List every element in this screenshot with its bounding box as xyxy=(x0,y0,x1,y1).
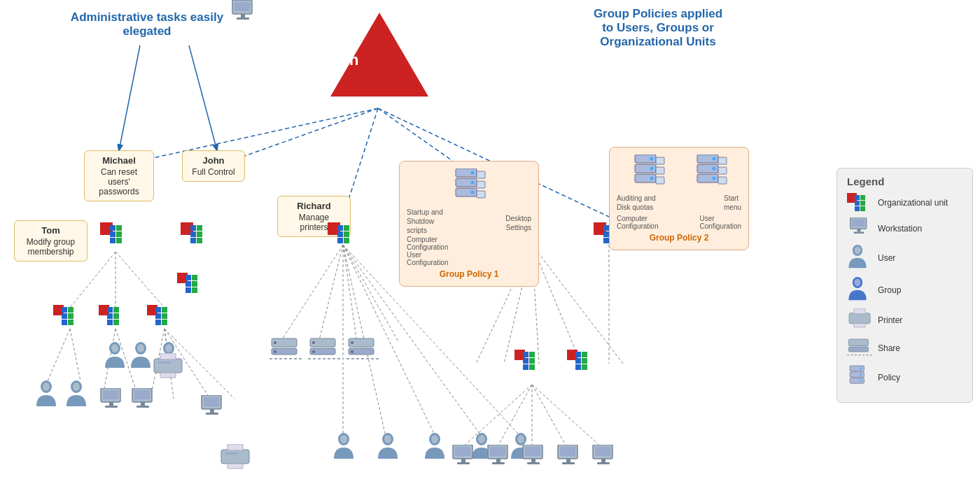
svg-point-103 xyxy=(312,350,315,353)
svg-rect-60 xyxy=(103,390,118,399)
legend-ou-row: Organizational unit xyxy=(847,193,962,213)
svg-point-44 xyxy=(165,344,172,352)
legend-policy-label: Policy xyxy=(878,373,900,383)
svg-rect-69 xyxy=(210,409,214,413)
svg-rect-161 xyxy=(850,378,864,383)
legend-group-icon xyxy=(847,276,872,303)
svg-rect-143 xyxy=(718,167,727,174)
svg-rect-154 xyxy=(854,309,866,314)
ou-sub-tom-3 xyxy=(147,305,172,329)
svg-point-50 xyxy=(340,435,347,443)
svg-rect-113 xyxy=(158,362,171,364)
svg-rect-66 xyxy=(136,406,149,408)
john-desc: Full Control xyxy=(190,167,237,177)
gp2-item1: Auditing andDisk quotas xyxy=(617,194,656,212)
svg-rect-126 xyxy=(477,191,485,198)
legend-share-row: Share xyxy=(847,336,962,359)
legend-ws-icon xyxy=(847,217,872,239)
ws-4 xyxy=(230,0,256,27)
legend-policy-row: Policy xyxy=(847,364,962,390)
svg-point-141 xyxy=(712,177,715,180)
svg-point-56 xyxy=(478,435,485,443)
michael-box: Michael Can resetusers'passwords xyxy=(84,150,154,201)
svg-point-131 xyxy=(650,167,653,171)
user-c2 xyxy=(377,432,399,463)
group-policy-2: Auditing andDisk quotas Startmenu Comput… xyxy=(609,147,749,250)
svg-point-163 xyxy=(860,373,862,376)
legend-user-icon xyxy=(847,244,872,271)
svg-rect-90 xyxy=(562,462,575,464)
svg-line-5 xyxy=(119,45,140,150)
svg-rect-157 xyxy=(848,347,868,352)
gp2-item4: UserConfiguration xyxy=(700,215,741,230)
svg-rect-156 xyxy=(848,339,868,345)
svg-point-132 xyxy=(650,177,653,180)
svg-rect-85 xyxy=(531,459,536,462)
svg-rect-117 xyxy=(225,452,238,455)
legend-title: Legend xyxy=(847,176,962,187)
ws-r3 xyxy=(520,445,547,471)
svg-rect-76 xyxy=(455,447,470,456)
share-2 xyxy=(308,336,340,364)
svg-point-130 xyxy=(650,157,653,161)
user-c3 xyxy=(424,432,446,463)
svg-rect-68 xyxy=(204,397,219,406)
svg-rect-112 xyxy=(160,373,176,378)
svg-line-31 xyxy=(532,245,581,364)
svg-point-54 xyxy=(431,435,438,443)
svg-rect-146 xyxy=(852,219,864,227)
gp2-item2: Startmenu xyxy=(724,194,741,212)
legend-ws-row: Workstation xyxy=(847,217,962,239)
svg-rect-111 xyxy=(160,353,176,359)
ou-center xyxy=(328,222,358,250)
john-name: John xyxy=(190,155,237,166)
legend-printer-row: Printer xyxy=(847,308,962,331)
svg-point-150 xyxy=(855,247,861,255)
user-c1 xyxy=(332,432,355,463)
admin-heading: Administrative tasks easily elegated xyxy=(56,10,238,38)
svg-rect-147 xyxy=(858,229,861,231)
svg-rect-155 xyxy=(854,324,866,327)
ws-r1 xyxy=(450,445,477,471)
svg-point-152 xyxy=(855,279,861,287)
svg-rect-88 xyxy=(560,447,575,456)
svg-rect-92 xyxy=(595,447,610,456)
legend-ws-label: Workstation xyxy=(878,224,922,234)
svg-point-46 xyxy=(43,383,50,391)
ou-tom xyxy=(100,222,131,250)
ws-2 xyxy=(130,388,156,415)
svg-rect-62 xyxy=(105,406,118,408)
john-box: John Full Control xyxy=(182,150,245,182)
svg-rect-134 xyxy=(656,167,664,174)
svg-point-40 xyxy=(111,344,118,352)
svg-rect-73 xyxy=(241,14,245,17)
domain-label: Domain xyxy=(281,51,379,69)
ws-r5 xyxy=(590,445,617,471)
svg-rect-110 xyxy=(154,359,182,373)
svg-line-21 xyxy=(343,245,357,343)
ou-right-sub-2 xyxy=(567,350,592,373)
user-1 xyxy=(104,341,126,372)
gp1-item2: DesktopSettings xyxy=(505,215,531,231)
svg-rect-94 xyxy=(597,462,610,464)
gp1-item3: ComputerConfiguration xyxy=(407,236,531,251)
legend-group-label: Group xyxy=(878,285,901,295)
svg-rect-115 xyxy=(227,444,243,450)
svg-point-42 xyxy=(137,344,144,352)
svg-rect-93 xyxy=(601,459,606,462)
legend-ou-icon xyxy=(847,193,872,213)
ou-sub-tom-1 xyxy=(53,305,78,329)
share-1 xyxy=(270,336,302,364)
user-2 xyxy=(130,341,152,372)
svg-line-9 xyxy=(115,252,164,308)
legend-user-label: User xyxy=(878,253,895,263)
svg-rect-124 xyxy=(477,171,485,178)
svg-rect-159 xyxy=(850,366,864,371)
legend-share-label: Share xyxy=(878,343,900,353)
gp2-item3: ComputerConfiguration xyxy=(617,215,658,230)
svg-point-97 xyxy=(274,341,276,344)
legend-user-row: User xyxy=(847,244,962,271)
svg-point-58 xyxy=(517,435,524,443)
svg-line-32 xyxy=(532,245,623,364)
svg-line-19 xyxy=(280,245,343,343)
